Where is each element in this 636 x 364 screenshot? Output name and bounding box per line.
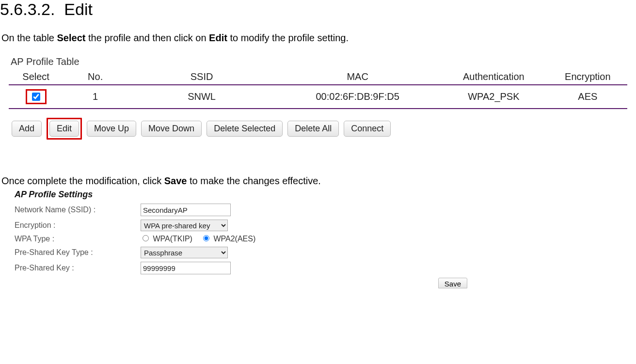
wpa-tkip-radio[interactable] — [143, 235, 149, 241]
row-ssid: Network Name (SSID) : — [15, 204, 627, 216]
instruction-save: Once complete the modification, click Sa… — [0, 175, 636, 187]
ap-profile-table-panel: AP Profile Table Select No. SSID MAC Aut… — [0, 54, 636, 150]
psk-input[interactable] — [141, 262, 231, 274]
wpa-type-group: WPA(TKIP) WPA2(AES) — [141, 235, 262, 243]
ap-profile-settings-panel: AP Profile Settings Network Name (SSID) … — [0, 190, 636, 288]
table-row: 1 SNWL 00:02:6F:DB:9F:D5 WPA2_PSK AES — [9, 85, 627, 109]
edit-highlight: Edit — [47, 118, 82, 140]
cell-mac: 00:02:6F:DB:9F:D5 — [276, 85, 439, 109]
label-psk-type: Pre-Shared Key Type : — [15, 248, 141, 257]
edit-button[interactable]: Edit — [49, 121, 79, 137]
profile-table-buttons: Add Edit Move Up Move Down Delete Select… — [9, 118, 627, 140]
ap-profile-table-title: AP Profile Table — [11, 56, 627, 67]
row-encryption: Encryption : WPA pre-shared key — [15, 220, 627, 231]
cell-no: 1 — [63, 85, 127, 109]
section-title: Edit — [64, 0, 93, 18]
row-psk: Pre-Shared Key : — [15, 262, 627, 274]
col-no: No. — [63, 69, 127, 85]
label-psk: Pre-Shared Key : — [15, 264, 141, 272]
move-down-button[interactable]: Move Down — [141, 121, 202, 137]
label-wpa-type: WPA Type : — [15, 235, 141, 243]
ap-profile-table: Select No. SSID MAC Authentication Encry… — [9, 69, 627, 109]
cell-select — [9, 85, 63, 109]
wpa-aes-radio[interactable] — [203, 235, 209, 241]
save-button[interactable]: Save — [438, 278, 467, 288]
move-up-button[interactable]: Move Up — [87, 121, 136, 137]
ap-profile-settings-title: AP Profile Settings — [15, 190, 627, 200]
psk-type-select[interactable]: Passphrase — [141, 247, 228, 258]
ssid-input[interactable] — [141, 204, 231, 216]
delete-all-button[interactable]: Delete All — [287, 121, 339, 137]
cell-ssid: SNWL — [127, 85, 276, 109]
encryption-select[interactable]: WPA pre-shared key — [141, 220, 228, 231]
section-number: 5.6.3.2. — [0, 0, 55, 18]
wpa-tkip-option[interactable]: WPA(TKIP) — [141, 235, 192, 243]
connect-button[interactable]: Connect — [344, 121, 391, 137]
col-select: Select — [9, 69, 63, 85]
cell-enc: AES — [548, 85, 627, 109]
row-wpa-type: WPA Type : WPA(TKIP) WPA2(AES) — [15, 235, 627, 243]
col-auth: Authentication — [439, 69, 548, 85]
instruction-edit: On the table Select the profile and then… — [0, 32, 636, 44]
delete-selected-button[interactable]: Delete Selected — [207, 121, 283, 137]
add-button[interactable]: Add — [12, 121, 42, 137]
section-heading: 5.6.3.2. Edit — [0, 0, 636, 19]
select-highlight — [26, 89, 47, 104]
cell-auth: WPA2_PSK — [439, 85, 548, 109]
save-row: Save — [15, 278, 627, 288]
label-encryption: Encryption : — [15, 221, 141, 230]
label-ssid: Network Name (SSID) : — [15, 206, 141, 214]
col-ssid: SSID — [127, 69, 276, 85]
wpa-aes-option[interactable]: WPA2(AES) — [201, 235, 255, 243]
col-enc: Encryption — [548, 69, 627, 85]
col-mac: MAC — [276, 69, 439, 85]
row-psk-type: Pre-Shared Key Type : Passphrase — [15, 247, 627, 258]
profile-select-checkbox[interactable] — [32, 93, 40, 101]
